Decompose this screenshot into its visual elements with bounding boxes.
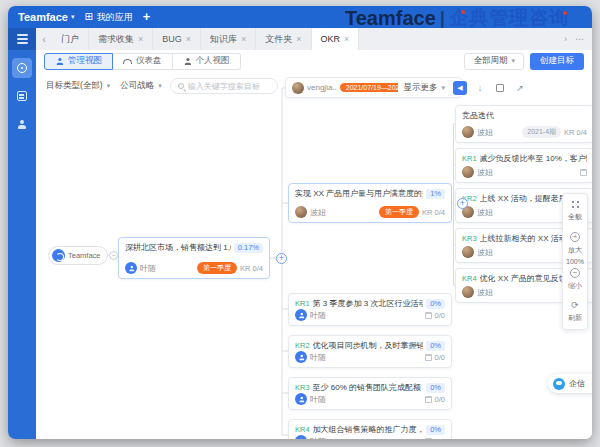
kr-card[interactable]: KR1 第 3 季度参加 3 次北区行业活动... 0% 叶随 0/0 bbox=[288, 293, 452, 326]
close-tab-icon[interactable]: × bbox=[186, 34, 191, 44]
refresh-icon[interactable]: ⟳ bbox=[571, 301, 579, 310]
tab-bug[interactable]: BUG × bbox=[153, 28, 201, 50]
calendar-icon bbox=[580, 169, 587, 176]
period-dropdown[interactable]: 全部周期 ▾ bbox=[464, 53, 524, 70]
owner-name: vengjia.. bbox=[307, 83, 337, 92]
avatar bbox=[295, 206, 307, 218]
chat-icon bbox=[553, 378, 565, 390]
strategy-label: 公司战略 bbox=[120, 80, 154, 92]
refresh-label[interactable]: 刷新 bbox=[568, 313, 582, 323]
objective-card-2[interactable]: 实现 XX 产品用户量与用户满意度的提... 1% 波妞 第一季度 KR 0/4 bbox=[288, 183, 452, 223]
close-tab-icon[interactable]: × bbox=[296, 34, 301, 44]
create-objective-label: 创建目标 bbox=[540, 55, 574, 67]
tab-label: 需求收集 bbox=[98, 33, 134, 46]
kr-title: 优化项目同步机制，及时掌握销... bbox=[313, 340, 424, 351]
fullscreen-button[interactable] bbox=[493, 81, 507, 95]
brand-menu[interactable]: Teamface ▾ bbox=[18, 11, 74, 23]
kr-label: KR1 bbox=[462, 154, 477, 163]
close-tab-icon[interactable]: × bbox=[344, 34, 349, 44]
avatar bbox=[462, 126, 474, 138]
zoom-out-icon[interactable]: − bbox=[570, 268, 580, 278]
app-window: Teamface ▾ ⊞ 我的应用 + Teamface | 企典管理咨询 ‹ bbox=[8, 6, 592, 439]
owner-name: 波妞 bbox=[477, 167, 493, 178]
strategy-dropdown[interactable]: 公司战略 ▾ bbox=[118, 79, 164, 93]
kr-card[interactable]: KR1 减少负反馈比率至 10%，客户留... 波妞 bbox=[455, 148, 592, 183]
search-box[interactable] bbox=[170, 78, 278, 94]
view-toolbar: 管理视图 仪表盘 个人视图 全部周期 ▾ 创建目标 bbox=[36, 50, 592, 72]
person-icon bbox=[128, 265, 133, 270]
fit-view-label[interactable]: 全貌 bbox=[568, 212, 582, 222]
search-input[interactable] bbox=[188, 82, 270, 91]
kr-count: KR 0/4 bbox=[240, 264, 263, 273]
fit-view-icon[interactable] bbox=[571, 200, 580, 209]
tab-files[interactable]: 文件夹 × bbox=[256, 28, 311, 50]
sidebar-item-contacts[interactable] bbox=[12, 114, 32, 134]
kr-title: 减少负反馈比率至 10%，客户留... bbox=[480, 153, 587, 164]
sidebar-menu-button[interactable] bbox=[8, 28, 36, 50]
root-node[interactable]: Teamface bbox=[48, 246, 108, 265]
kr-card[interactable]: KR4 加大组合销售策略的推广力度，... 0% 叶随 0/0 bbox=[288, 419, 452, 439]
kr-card[interactable]: KR2 优化项目同步机制，及时掌握销... 0% 叶随 0/0 bbox=[288, 335, 452, 368]
tabs-scroll-right[interactable]: › bbox=[564, 34, 567, 44]
kr-card[interactable]: KR3 至少 60% 的销售团队完成配额 0% 叶随 0/0 bbox=[288, 377, 452, 410]
view-label: 仪表盘 bbox=[136, 55, 162, 67]
tab-manage-view[interactable]: 管理视图 bbox=[44, 53, 113, 70]
sidebar-item-okr[interactable] bbox=[12, 58, 32, 78]
brand-label: Teamface bbox=[18, 11, 68, 23]
my-apps-menu[interactable]: ⊞ 我的应用 bbox=[84, 11, 132, 24]
task-count: 0/0 bbox=[435, 311, 445, 320]
root-label: Teamface bbox=[68, 251, 101, 260]
owner-name: 叶随 bbox=[140, 263, 156, 274]
objective-card-3[interactable]: 竞品迭代 波妞 2021-4期 KR 0/4 bbox=[455, 105, 592, 143]
chat-button[interactable]: 企信 bbox=[548, 374, 592, 393]
owner-name: 波妞 bbox=[477, 207, 493, 218]
share-button[interactable]: ↗ bbox=[513, 81, 527, 95]
close-tab-icon[interactable]: × bbox=[241, 34, 246, 44]
sidebar-item-docs[interactable] bbox=[12, 86, 32, 106]
avatar bbox=[295, 435, 307, 439]
expand-node[interactable]: + bbox=[276, 253, 287, 264]
layout-direction-button[interactable]: ◀ bbox=[453, 81, 467, 95]
view-switcher: 管理视图 仪表盘 个人视图 bbox=[44, 53, 241, 70]
add-app-button[interactable]: + bbox=[143, 11, 151, 23]
kr-count: KR 0/4 bbox=[564, 128, 587, 137]
expand-node[interactable]: + bbox=[457, 198, 468, 209]
tab-requirements[interactable]: 需求收集 × bbox=[89, 28, 153, 50]
kr-label: KR4 bbox=[295, 425, 310, 434]
chevron-down-icon: ▾ bbox=[441, 84, 445, 92]
owner-name: 波妞 bbox=[477, 247, 493, 258]
progress-badge: 1% bbox=[426, 189, 445, 199]
tab-portal[interactable]: 门户 bbox=[52, 28, 89, 50]
collapse-node[interactable]: − bbox=[109, 251, 118, 260]
person-icon bbox=[18, 120, 27, 129]
period-badge: 2021-4期 bbox=[522, 126, 561, 138]
download-button[interactable]: ↓ bbox=[473, 81, 487, 95]
toolbar-right: 全部周期 ▾ 创建目标 bbox=[464, 53, 584, 70]
owner-name: 叶随 bbox=[310, 310, 326, 321]
chevron-down-icon: ▾ bbox=[511, 57, 515, 65]
show-more-dropdown[interactable]: 显示更多 ▾ bbox=[401, 81, 447, 95]
zoom-in-label[interactable]: 放大 bbox=[568, 245, 582, 255]
show-more-label: 显示更多 bbox=[403, 82, 437, 94]
download-icon: ↓ bbox=[478, 83, 483, 93]
kr-label: KR4 bbox=[462, 274, 477, 283]
tab-dashboard-view[interactable]: 仪表盘 bbox=[113, 53, 173, 70]
objective-type-dropdown[interactable]: 目标类型(全部) ▾ bbox=[44, 79, 112, 93]
objective-card-1[interactable]: 深耕北区市场，销售额达到 1,000 万美... 0.17% 叶随 第一季度 K… bbox=[118, 237, 270, 279]
chevron-down-icon: ▾ bbox=[71, 13, 75, 21]
zoom-out-label[interactable]: 缩小 bbox=[568, 281, 582, 291]
documents-icon bbox=[17, 91, 27, 101]
zoom-in-icon[interactable]: + bbox=[570, 232, 580, 242]
create-objective-button[interactable]: 创建目标 bbox=[530, 53, 584, 70]
close-tab-icon[interactable]: × bbox=[138, 34, 143, 44]
okr-map-canvas[interactable]: 目标类型(全部) ▾ 公司战略 ▾ 显示更多 ▾ ◀ ↓ bbox=[36, 72, 592, 439]
kr-title: 第 3 季度参加 3 次北区行业活动... bbox=[313, 298, 424, 309]
tabs-scroll-left[interactable]: ‹ bbox=[36, 28, 52, 50]
tabs-more-button[interactable]: ⋯ bbox=[575, 34, 584, 44]
share-icon: ↗ bbox=[516, 83, 524, 93]
tab-personal-view[interactable]: 个人视图 bbox=[173, 53, 241, 70]
owner-name: 波妞 bbox=[310, 207, 326, 218]
tab-wiki[interactable]: 知识库 × bbox=[201, 28, 256, 50]
tab-okr[interactable]: OKR × bbox=[312, 28, 360, 50]
kr-label: KR3 bbox=[295, 383, 310, 392]
